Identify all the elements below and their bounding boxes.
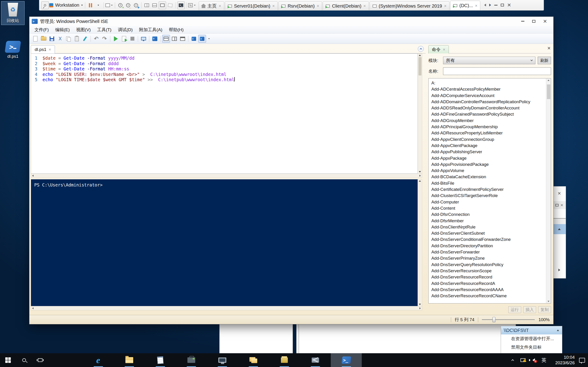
scrollbar-thumb[interactable] (547, 84, 550, 99)
ise-title-bar[interactable]: > 管理员: Windows PowerShell ISE × (29, 17, 553, 26)
taskbar-app-mmc-console[interactable] (300, 353, 331, 367)
vm-tab-0[interactable]: 主页× (199, 1, 224, 10)
taskbar-app-shared-folders[interactable] (238, 353, 269, 367)
task-view-button[interactable] (32, 353, 48, 367)
menu-item-disable-folder-target[interactable]: 禁用文件夹目标 (501, 343, 562, 351)
unity-mode-button[interactable] (166, 1, 174, 9)
stop-operation-button[interactable] (128, 35, 136, 43)
command-list-item[interactable]: Add-DnsServerConditionalForwarderZone (431, 236, 551, 242)
layout-script-max-button[interactable] (179, 35, 187, 43)
console-horizontal-scrollbar[interactable] (31, 306, 422, 310)
command-list-item[interactable]: Add-ADGroupMember (431, 117, 551, 124)
send-ctrl-alt-del-button[interactable] (105, 1, 113, 9)
command-list-item[interactable]: Add-AppxVolume (431, 167, 551, 174)
taskbar-app-server-manager[interactable] (176, 353, 207, 367)
command-list-item[interactable]: Add-ADCentralAccessPolicyMember (431, 86, 551, 92)
close-tab-icon[interactable]: × (219, 4, 221, 8)
close-tab-icon[interactable]: × (317, 4, 319, 8)
scroll-right-icon[interactable] (419, 307, 421, 309)
desktop-icon-recycle-bin[interactable]: ♻ 回收站 (1, 1, 25, 25)
taskbar-app-internet-explorer[interactable]: e (83, 353, 114, 367)
script-editor[interactable]: 1$date = Get-Date -Format yyyy/MM/dd2$we… (31, 53, 418, 174)
command-list-item[interactable]: Add-ADDSReadOnlyDomainControllerAccount (431, 105, 551, 111)
command-list-item[interactable]: Add-DnsServerRecursionScope (431, 268, 551, 274)
new-script-button[interactable] (32, 35, 39, 43)
redo-button[interactable]: ↷ (101, 35, 108, 43)
close-tab-icon[interactable]: × (443, 48, 445, 52)
scroll-up-icon[interactable] (419, 180, 421, 182)
save-button[interactable] (48, 35, 56, 43)
minimize-button[interactable] (521, 21, 524, 22)
copy-button[interactable] (65, 35, 72, 43)
scroll-down-icon[interactable] (419, 304, 421, 305)
command-list-item[interactable]: Add-AppxProvisionedPackage (431, 161, 551, 167)
module-dropdown[interactable]: 所有 (443, 57, 536, 64)
open-console-button[interactable]: >_ (177, 1, 185, 9)
command-list-item[interactable]: Add-DnsClientNrptRule (431, 224, 551, 230)
toggle-script-pane-button[interactable]: > (198, 35, 206, 43)
cut-button[interactable] (56, 35, 64, 43)
restore-icon[interactable] (555, 204, 559, 206)
taskbar-app-file-explorer[interactable] (114, 353, 145, 367)
command-list-item[interactable]: Add-DfsrMember (431, 218, 551, 224)
command-list-item[interactable]: Add-ADResourcePropertyListMember (431, 130, 551, 136)
start-button[interactable] (0, 353, 16, 367)
action-center-button[interactable] (576, 353, 588, 367)
show-thumbnail-bar-button[interactable] (151, 1, 158, 9)
taskbar-app-computer-management[interactable] (207, 353, 238, 367)
open-script-button[interactable] (40, 35, 48, 43)
editor-vertical-scrollbar[interactable] (418, 53, 422, 174)
scroll-up-icon[interactable] (419, 55, 421, 56)
display-scaling-button[interactable]: % (188, 1, 196, 9)
run-command-button[interactable]: 运行 (508, 306, 521, 313)
input-language-indicator[interactable]: 英 (539, 353, 549, 367)
undo-button[interactable]: ↶ (92, 35, 100, 43)
commands-tab[interactable]: 命令 × (428, 45, 449, 53)
editor-horizontal-scrollbar[interactable] (31, 174, 422, 178)
close-tab-icon[interactable]: × (363, 4, 366, 8)
desktop-icon-dlps1[interactable]: > dl.ps1 (1, 40, 25, 60)
close-button[interactable]: × (543, 19, 547, 24)
command-list-item[interactable]: Add-AppvClientPackage (431, 142, 551, 149)
name-filter-input[interactable] (443, 67, 551, 75)
menu-item-0[interactable]: 文件(F) (32, 26, 52, 33)
command-list-item[interactable]: Add-DnsServerResourceRecordAAAA (431, 286, 551, 293)
menu-item-4[interactable]: 调试(D) (115, 26, 135, 33)
volume-muted-icon[interactable]: × (528, 353, 539, 367)
command-list-item[interactable]: Add-ClusteriSCSITargetServerRole (431, 192, 551, 199)
layout-script-top-button[interactable] (162, 35, 170, 43)
zoom-slider-thumb[interactable] (493, 317, 495, 322)
menu-item-2[interactable]: 视图(V) (73, 26, 94, 33)
tray-overflow-button[interactable] (508, 353, 518, 367)
command-list-item[interactable]: Add-DnsServerQueryResolutionPolicy (431, 261, 551, 268)
scroll-left-icon[interactable] (32, 175, 34, 176)
scroll-down-icon[interactable] (548, 301, 549, 302)
scroll-right-icon[interactable] (419, 175, 421, 176)
command-list-item[interactable]: Add-Computer (431, 199, 551, 205)
command-list-item[interactable]: Add-BitsFile (431, 180, 551, 186)
command-list-item[interactable]: Add-ADDomainControllerPasswordReplicatio… (431, 99, 551, 105)
workstation-menu-button[interactable]: Workstation (49, 1, 83, 9)
command-list[interactable]: A:Add-ADCentralAccessPolicyMemberAdd-ADC… (428, 78, 551, 303)
command-list-item[interactable]: Add-DnsServerResourceRecordA (431, 280, 551, 286)
command-list-item[interactable]: Add-AppxPackage (431, 155, 551, 161)
minimize-button[interactable] (494, 5, 498, 6)
collapse-editor-button[interactable] (418, 46, 424, 52)
close-icon[interactable]: × (558, 190, 561, 197)
new-remote-powershell-tab-button[interactable] (140, 35, 147, 43)
refresh-button[interactable]: 刷新 (538, 57, 551, 64)
close-tab-icon[interactable]: × (49, 48, 51, 52)
editor-tab-dlps1[interactable]: dl.ps1 × (31, 45, 55, 53)
command-list-item[interactable]: Add-DnsServerClientSubnet (431, 230, 551, 236)
maximize-button[interactable] (532, 20, 536, 23)
take-snapshot-button[interactable]: + (117, 1, 124, 9)
menu-item-6[interactable]: 帮助(H) (166, 26, 186, 33)
command-list-item[interactable]: Add-Content (431, 205, 551, 211)
insert-command-button[interactable]: 插入 (523, 306, 536, 313)
show-command-addon-button[interactable]: > (190, 35, 198, 43)
command-list-item[interactable]: Add-DnsServerPrimaryZone (431, 255, 551, 261)
dfs-menu-header[interactable]: \\DC\DFS\IT (501, 326, 562, 334)
revert-snapshot-button[interactable]: ← (124, 1, 132, 9)
taskbar-clock[interactable]: 10:04 2023/6/26 (549, 353, 576, 367)
show-library-button[interactable] (143, 1, 150, 9)
